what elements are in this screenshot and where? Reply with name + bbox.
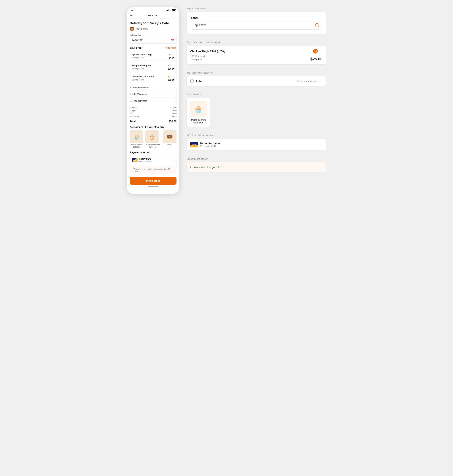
item-more-button[interactable]: ⋮ xyxy=(172,64,175,67)
gst-label: GST xyxy=(130,112,134,114)
total-label: Total xyxy=(130,120,135,123)
wifi-icon: ∿ xyxy=(170,9,171,11)
date-input[interactable]: 14/10/2021 📅 xyxy=(130,37,177,43)
payment-ends: Ends with 4242 xyxy=(139,160,153,163)
item-qty: 12 xyxy=(168,64,170,67)
input-wrapper[interactable] xyxy=(191,21,322,29)
phone-mockup: 9:41 ∿ ← Your cart Delivery for Rocky's … xyxy=(127,7,179,194)
item-total: $12.00 xyxy=(168,79,175,81)
input-section: Label xyxy=(187,12,326,34)
subtotal-value: $54.00 xyxy=(170,107,177,109)
drill-down-row[interactable]: Label Description is here... › xyxy=(187,76,326,86)
cart-item-card: Chicken Thigh Fillet (~250g) 10 ⋮ ~$2.50… xyxy=(187,46,326,64)
recommended-product[interactable]: 🎂 Cinnamon cream layer cake xyxy=(145,130,162,148)
subtotal-label: Subtotal xyxy=(130,107,137,109)
drill-chevron-icon: › xyxy=(321,79,323,83)
home-indicator xyxy=(148,186,159,187)
item-more-button[interactable]: ⋮ xyxy=(172,53,175,56)
promo-chevron: › xyxy=(176,86,177,89)
add-po-row[interactable]: + Add PO number › xyxy=(130,91,177,98)
calendar-icon[interactable]: 📅 xyxy=(171,38,175,42)
customers-scroll: 🧁 Mixed confetti cupcakes 🎂 Cinnamon cre… xyxy=(130,130,177,148)
freight-label: Freight xyxy=(130,109,136,112)
cart-item-more-button[interactable]: ⋮ xyxy=(319,49,323,53)
total-value: $59.99 xyxy=(169,120,177,123)
recommended-product[interactable]: 🍩 Jam d... xyxy=(163,130,177,148)
recommended-product[interactable]: 🧁 Mixed confetti cupcakes xyxy=(130,130,144,148)
product-image: 🎂 xyxy=(145,130,159,143)
status-icons: ∿ xyxy=(166,9,176,11)
text-input[interactable] xyxy=(194,24,315,27)
product-name: Jam d... xyxy=(163,144,177,146)
visa-text-large: VISA xyxy=(192,144,196,146)
add-comment-row[interactable]: 💬 Add comment › xyxy=(130,98,177,104)
totals-section: Subtotal $54.00 Freight $0.00 GST $5.40 … xyxy=(130,107,177,123)
add-promo-row[interactable]: 🏷 Add promo code › xyxy=(130,84,177,91)
payment-drill-chevron: › xyxy=(321,143,323,147)
place-order-button[interactable]: Place order xyxy=(130,177,177,185)
your-order-header: Your order + Add items xyxy=(130,46,177,49)
product-card-large[interactable]: 🧁 Mixed confetti cupcakes xyxy=(187,98,210,127)
cart-item-section: Cards / Cart item / Unit and weight Chic… xyxy=(187,41,326,64)
item-unit-price: $3.00 per unit xyxy=(132,68,144,70)
surcharge-label: Surcharge xyxy=(130,115,139,117)
visa-badge-large: VISA xyxy=(190,142,198,147)
battery-icon xyxy=(172,9,176,11)
add-items-button[interactable]: + Add items xyxy=(164,47,177,49)
signal-bar-4 xyxy=(169,9,169,11)
status-time: 9:41 xyxy=(130,9,134,11)
item-unit-price: $1.00 per unit xyxy=(132,79,144,81)
product-card-label: Cards / Product xyxy=(187,93,326,96)
status-bar: 9:41 ∿ xyxy=(127,7,179,13)
po-icon: + xyxy=(130,93,131,96)
your-order-title: Your order xyxy=(130,46,143,49)
product-image-large: 🧁 xyxy=(190,101,207,117)
page-container: 9:41 ∿ ← Your cart Delivery for Rocky's … xyxy=(127,7,326,469)
payment-name: Rocky Paris xyxy=(139,158,153,160)
payment-row[interactable]: VISA Rocky Paris Ends with 4242 › xyxy=(130,156,177,164)
info-banner-section: Banners / Info banner ℹ Info banner text… xyxy=(187,158,326,172)
product-image: 🍩 xyxy=(163,130,177,143)
promo-icon: 🏷 xyxy=(130,86,132,89)
item-name: Apricot Danish 85g xyxy=(132,53,151,56)
signal-bar-3 xyxy=(168,10,168,11)
customers-title: Customers like you also buy xyxy=(130,126,177,128)
item-more-button[interactable]: ⋮ xyxy=(172,75,175,78)
comment-chevron: › xyxy=(176,99,177,102)
customers-section: Customers like you also buy 🧁 Mixed conf… xyxy=(130,126,177,148)
cart-item-unit-price: ~$2.50 per unit xyxy=(190,55,205,58)
payment-card-ends: Ends with 4242 xyxy=(200,145,220,148)
visa-badge: VISA xyxy=(132,158,138,162)
drill-description: Description is here... xyxy=(297,80,320,83)
input-indicator xyxy=(315,23,319,27)
product-name: Cinnamon cream layer cake xyxy=(145,144,162,148)
product-name-large: Mixed confetti cupcakes xyxy=(190,119,207,124)
bakery-logo: JB xyxy=(130,27,134,31)
payment-card-name: Name Surname xyxy=(200,142,220,145)
radio-button[interactable] xyxy=(190,79,194,83)
input-component-label: Input + Label / Filled xyxy=(187,7,326,10)
date-value: 14/10/2021 xyxy=(132,39,143,42)
comment-icon: 💬 xyxy=(130,100,133,102)
order-item: Chocolate Oat Cookie 12 ⋮ $1.00 per unit… xyxy=(130,73,177,83)
item-unit-price: $1.00 per unit xyxy=(132,57,144,59)
item-total: $36.00 xyxy=(168,68,175,70)
payment-drill-row[interactable]: VISA Name Surname Ends with 4242 › xyxy=(187,139,326,150)
info-banner-icon: ℹ xyxy=(190,165,191,169)
drill-row-label: iOS / Rows / Drill-down row xyxy=(187,71,326,74)
signal-bar-1 xyxy=(166,11,167,11)
product-name: Mixed confetti cupcakes xyxy=(130,144,144,148)
item-total: $6.00 xyxy=(169,57,175,59)
add-promo-label: Add promo code xyxy=(133,86,149,89)
item-name: Chocolate Oat Cookie xyxy=(132,75,154,78)
item-qty: 6 xyxy=(169,53,170,56)
add-comment-label: Add comment xyxy=(134,100,147,102)
right-panel: Input + Label / Filled Label Cards / Car… xyxy=(187,7,326,172)
info-banner-label: Banners / Info banner xyxy=(187,158,326,160)
payment-info: Rocky Paris Ends with 4242 xyxy=(139,158,153,163)
info-icon: ℹ xyxy=(132,168,133,171)
cart-item-label: Cards / Cart item / Unit and weight xyxy=(187,41,326,44)
back-button[interactable]: ← xyxy=(130,14,133,17)
info-banner-text: Info banner text goes here. xyxy=(193,166,224,169)
payment-chevron: › xyxy=(174,159,175,162)
